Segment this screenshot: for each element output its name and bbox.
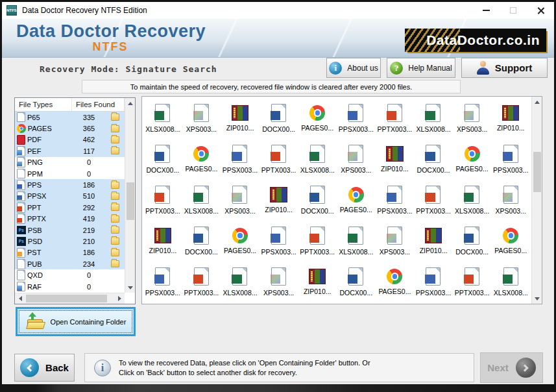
recovered-file-item[interactable]: PAGES0... <box>221 221 260 262</box>
recovered-file-item[interactable]: PAGES0... <box>491 221 530 262</box>
scroll-down-button[interactable] <box>532 293 542 304</box>
recovered-file-item[interactable]: PPSX003... <box>260 221 298 262</box>
file-type-row[interactable]: PEF117 <box>15 145 125 156</box>
file-type-row[interactable]: P65335 <box>15 112 125 123</box>
recovered-file-item[interactable]: DOCX00... <box>260 98 298 139</box>
file-type-row[interactable]: QXD0 <box>15 269 125 280</box>
recovered-file-item[interactable]: DOCX00... <box>453 221 492 262</box>
recovered-file-item[interactable]: PPSX003... <box>376 180 415 221</box>
files-found-count: 0 <box>72 283 106 291</box>
file-type-row[interactable]: PPTX419 <box>15 214 125 225</box>
recovered-file-item[interactable]: XLSX008... <box>414 98 453 139</box>
word-file-icon <box>348 267 363 286</box>
scroll-down-button[interactable] <box>125 282 136 293</box>
files-panel-vertical-scrollbar[interactable] <box>531 97 542 304</box>
maximize-button[interactable] <box>500 2 527 19</box>
recovered-file-item[interactable]: PAGES0... <box>182 139 221 180</box>
recovered-file-item[interactable]: DOCX00... <box>337 262 376 302</box>
file-list-horizontal-scrollbar[interactable] <box>15 293 125 304</box>
recovered-file-item[interactable]: PAGES0... <box>298 98 337 139</box>
recovered-file-item[interactable]: PAGES0... <box>453 139 492 180</box>
recovered-file-item[interactable]: XLSX008... <box>221 262 260 302</box>
recovered-file-item[interactable]: PPTX003... <box>376 98 415 139</box>
back-button[interactable]: Back <box>14 354 75 382</box>
close-button[interactable] <box>527 2 554 19</box>
recovered-file-item[interactable]: PPTX003... <box>260 139 298 180</box>
file-type-name: PSB <box>28 227 42 234</box>
file-type-row[interactable]: PPT292 <box>15 202 125 213</box>
recovered-file-item[interactable]: XPS003... <box>182 98 221 139</box>
file-type-row[interactable]: PPM0 <box>15 168 125 179</box>
recovered-file-item[interactable]: ZIP010... <box>298 262 337 302</box>
recovered-file-item[interactable]: PPSX003... <box>491 139 530 180</box>
recovered-file-item[interactable]: XLSX008... <box>298 139 337 180</box>
file-type-row[interactable]: PSD210 <box>15 236 125 247</box>
recovered-file-item[interactable]: XLSX008... <box>491 262 530 302</box>
recovered-file-item[interactable]: PPTX003... <box>414 180 453 221</box>
minimize-button[interactable] <box>472 2 500 19</box>
file-type-row[interactable]: PAGES365 <box>15 123 125 134</box>
file-type-row[interactable]: PSB219 <box>15 225 125 236</box>
recovered-file-item[interactable]: PPTX003... <box>453 262 492 302</box>
column-header-file-types[interactable]: File Types <box>15 98 72 111</box>
recovered-file-label: PAGES0... <box>224 247 256 254</box>
recovered-file-item[interactable]: PPTX003... <box>143 180 182 221</box>
recovered-file-item[interactable]: PPSX003... <box>143 262 182 302</box>
scroll-up-button[interactable] <box>125 98 136 108</box>
file-type-row[interactable]: PPSX510 <box>15 191 125 202</box>
recovered-file-item[interactable]: XPS003... <box>453 98 492 139</box>
recovered-file-item[interactable]: XPS003... <box>260 262 298 302</box>
scrollbar-thumb[interactable] <box>127 182 134 220</box>
recovered-file-item[interactable]: XPS003... <box>491 180 530 221</box>
open-containing-folder-button[interactable]: Open Containing Folder <box>19 310 132 333</box>
powerpoint-file-icon <box>155 186 170 204</box>
recovered-file-item[interactable]: XPS003... <box>337 139 376 180</box>
recovered-file-item[interactable]: PAGES0... <box>376 262 415 302</box>
recovered-file-item[interactable]: PPTX003... <box>298 221 337 262</box>
recovered-file-item[interactable]: XPS003... <box>376 221 415 262</box>
recovered-file-item[interactable]: XLSX008... <box>143 98 182 139</box>
recovered-file-item[interactable]: XLSX008... <box>337 221 376 262</box>
scroll-up-button[interactable] <box>532 97 542 107</box>
file-type-row[interactable]: PST186 <box>15 247 125 258</box>
recovered-file-item[interactable]: PPSX003... <box>414 262 453 302</box>
recovered-file-item[interactable]: XLSX008... <box>182 180 221 221</box>
file-type-row[interactable]: PPS186 <box>15 179 125 190</box>
window-title: Data Doctor Recovery NTFS Edition <box>22 6 147 15</box>
recovered-file-item[interactable]: XLSX008... <box>453 180 492 221</box>
recovered-file-item[interactable]: DOCX00... <box>143 139 182 180</box>
xps-file-icon <box>194 104 209 122</box>
recovered-file-item[interactable]: XPS003... <box>221 180 260 221</box>
about-us-button[interactable]: i About us <box>326 58 381 78</box>
files-found-count: 365 <box>72 125 106 132</box>
recovered-file-item[interactable]: DOCX00... <box>182 221 221 262</box>
recovered-file-item[interactable]: ZIP010... <box>491 98 530 139</box>
recovered-file-item[interactable]: PAGES0... <box>337 180 376 221</box>
file-type-name: PSD <box>28 238 43 245</box>
file-type-row[interactable]: RAF0 <box>15 281 125 292</box>
recovered-file-item[interactable]: ZIP010... <box>414 221 453 262</box>
recovered-file-item[interactable]: PPSX003... <box>221 139 260 180</box>
scroll-left-button[interactable] <box>15 293 25 304</box>
recovered-file-item[interactable]: PPSX003... <box>337 98 376 139</box>
recovered-file-item[interactable]: ZIP010... <box>143 221 182 262</box>
recovered-file-item[interactable]: ZIP010... <box>260 180 298 221</box>
help-manual-button[interactable]: ? Help Manual <box>387 58 455 78</box>
recovered-file-item[interactable]: ZIP010... <box>221 98 260 139</box>
column-header-files-found[interactable]: Files Found <box>72 98 125 111</box>
recovered-file-item[interactable]: DOCX00... <box>298 180 337 221</box>
scrollbar-thumb[interactable] <box>533 152 541 192</box>
support-button[interactable]: Support <box>461 58 548 78</box>
file-list-vertical-scrollbar[interactable] <box>125 98 135 293</box>
next-button[interactable]: Next <box>480 352 543 383</box>
recovered-file-item[interactable]: PPTX003... <box>182 262 221 302</box>
file-type-row[interactable]: PDF462 <box>15 134 125 145</box>
powerpoint-file-icon <box>387 104 402 122</box>
recovered-file-item[interactable]: DOCX00... <box>414 139 453 180</box>
recovered-file-item[interactable]: ZIP010... <box>376 139 415 180</box>
file-type-row[interactable]: PUB234 <box>15 258 125 269</box>
file-type-row[interactable]: PNG0 <box>15 157 125 168</box>
scroll-right-button[interactable] <box>114 293 125 304</box>
pdf-file-icon <box>17 135 25 145</box>
scrollbar-thumb[interactable] <box>26 295 107 302</box>
